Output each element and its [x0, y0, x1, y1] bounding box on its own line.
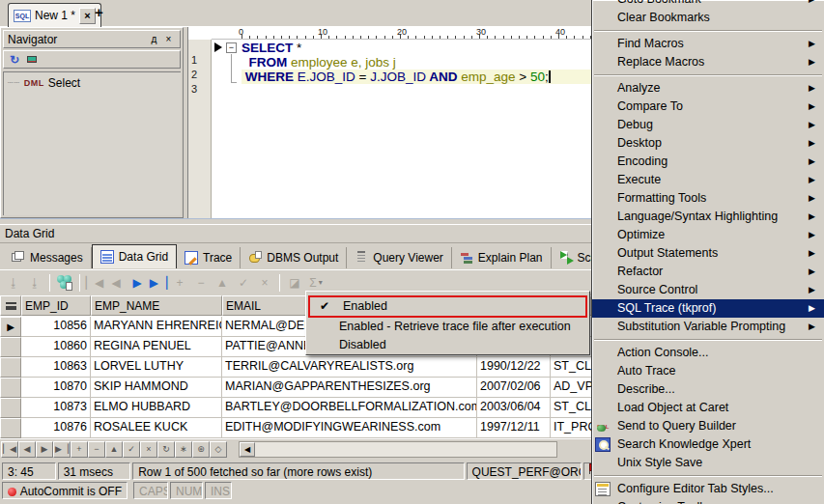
prior-record-icon[interactable]: ◀: [106, 273, 126, 293]
tab-messages[interactable]: Messages: [4, 247, 92, 268]
post-icon[interactable]: ✓: [123, 441, 140, 458]
menu-item-configure-editor-tab-styles-[interactable]: Configure Editor Tab Styles...: [592, 480, 824, 498]
menu-item-execute[interactable]: Execute▶: [592, 171, 824, 189]
row-selector[interactable]: ▶: [0, 317, 21, 337]
last-record-icon[interactable]: ▶▕: [149, 273, 168, 293]
edit-row-icon[interactable]: ▲: [105, 441, 123, 458]
cell-emp-name: SKIP HAMMOND: [91, 378, 222, 398]
scroll-left-icon[interactable]: ◀: [240, 442, 255, 457]
row-selector[interactable]: [0, 357, 21, 378]
ruler-tick: [464, 36, 465, 39]
tab-new-1[interactable]: SQL New 1 * ×: [8, 3, 101, 27]
fetch-all-icon[interactable]: ∗: [175, 441, 192, 458]
cell-emp-id: 10870: [21, 378, 91, 398]
table-row[interactable]: 10863LORVEL LUTHYTERRIL@CALVARYREALISTS.…: [0, 357, 642, 378]
row-selector[interactable]: [0, 337, 21, 357]
tree-item-label: Select: [48, 76, 80, 90]
submenu-arrow-icon: ▶: [809, 226, 815, 244]
submenu-item-disabled[interactable]: Disabled: [306, 336, 589, 354]
column-header-EMP_NAME[interactable]: EMP_NAME: [91, 295, 222, 316]
tree-item-dml-select[interactable]: ┄┄ DML Select: [4, 72, 181, 90]
ruler-tick: [376, 36, 377, 39]
row-selector[interactable]: [0, 418, 21, 438]
fetch-more-icon[interactable]: ⊛: [192, 441, 210, 458]
menu-item-load-object-at-caret[interactable]: Load Object at Caret: [592, 399, 824, 417]
menu-item-encoding[interactable]: Encoding▶: [592, 153, 824, 171]
last-page-icon[interactable]: ▶▕: [53, 441, 71, 458]
menu-item-optimize[interactable]: Optimize▶: [592, 226, 824, 244]
close-tab-button[interactable]: ×: [79, 8, 96, 24]
new-tab-button[interactable]: +: [95, 4, 103, 20]
menu-item-unix-style-save[interactable]: Unix Style Save: [592, 454, 824, 472]
submenu-item-enabled[interactable]: Enabled - Retrieve trace file after exec…: [306, 318, 589, 336]
toolbar-glyph: ×: [261, 276, 268, 290]
refresh-rows-icon[interactable]: ↻: [157, 441, 175, 458]
refresh-icon[interactable]: ↻: [10, 53, 19, 67]
pin-icon[interactable]: д: [147, 33, 161, 46]
commit-icon[interactable]: ◪: [285, 273, 304, 293]
menu-item-replace-macros[interactable]: Replace Macros▶: [592, 53, 824, 71]
menu-item-sql-trace-tkprof-[interactable]: SQL Trace (tkprof)▶: [592, 299, 824, 318]
next-record-icon[interactable]: ▶: [128, 273, 147, 293]
delete-record-icon[interactable]: −: [191, 273, 211, 293]
menu-item-debug[interactable]: Debug▶: [592, 116, 824, 134]
row-selector[interactable]: [0, 398, 21, 418]
menu-item-desktop[interactable]: Desktop▶: [592, 134, 824, 153]
post-edit-icon[interactable]: ✓: [234, 273, 253, 293]
menu-item-find-macros[interactable]: Find Macros▶: [592, 35, 824, 53]
row-selector[interactable]: [0, 378, 21, 398]
menu-item-clear-bookmarks[interactable]: Clear Bookmarks: [592, 9, 824, 27]
menu-item-auto-trace[interactable]: Auto Trace: [592, 362, 824, 380]
menu-item-formatting-tools[interactable]: Formatting Tools▶: [592, 189, 824, 208]
close-icon[interactable]: ×: [161, 33, 176, 46]
menu-item-substitution-variable-prompting[interactable]: Substitution Variable Prompting▶: [592, 318, 824, 336]
ruler-tick: [242, 34, 242, 39]
tab-trace[interactable]: Trace: [177, 247, 241, 268]
fold-collapse-icon[interactable]: −: [226, 42, 237, 53]
insert-record-icon[interactable]: +: [170, 273, 189, 293]
menu-item-goto-bookmark[interactable]: Goto Bookmark▶: [592, 0, 824, 9]
menu-item-compare-to[interactable]: Compare To▶: [592, 98, 824, 116]
menu-item-action-console-[interactable]: Action Console...: [592, 344, 824, 362]
tab-explain-plan[interactable]: Explain Plan: [452, 247, 552, 268]
first-record-icon[interactable]: ▏◀: [85, 273, 104, 293]
cancel-icon[interactable]: ×: [140, 441, 157, 458]
submenu-arrow-icon: ▶: [809, 116, 815, 134]
insert-row-icon[interactable]: +: [71, 441, 88, 458]
clear-icon[interactable]: ◇: [210, 441, 227, 458]
menu-item-customize-toolbars[interactable]: Customize Toolbars: [592, 498, 824, 504]
line-number: 2: [191, 69, 197, 80]
tab-dbms-output[interactable]: DBMS Output: [241, 247, 347, 268]
prior-page-icon[interactable]: ◀: [18, 441, 36, 458]
menu-item-analyze[interactable]: Analyze▶: [592, 79, 824, 98]
column-header-EMP_ID[interactable]: EMP_ID: [21, 295, 91, 316]
ruler-tick: [424, 36, 425, 39]
menu-item-source-control[interactable]: Source Control▶: [592, 281, 824, 299]
code-segment: AND: [426, 70, 458, 84]
first-page-icon[interactable]: ▏◀: [1, 441, 18, 458]
code-segment: E.JOB_ID: [294, 70, 355, 84]
grid-h-scrollbar[interactable]: ◀: [239, 441, 557, 458]
menu-item-output-statements[interactable]: Output Statements▶: [592, 244, 824, 263]
table-row[interactable]: 10873ELMO HUBBARDBARTLEY@DOORBELLFORMALI…: [0, 398, 642, 418]
layers-icon[interactable]: [27, 56, 37, 63]
save-all-icon[interactable]: ⭳: [25, 273, 44, 293]
menu-item-refactor[interactable]: Refactor▶: [592, 263, 824, 281]
table-row[interactable]: 10876ROSALEE KUCKEDITH@MODIFYINGWEARINES…: [0, 418, 642, 438]
menu-item-send-to-query-builder[interactable]: Send to Query Builder: [592, 417, 824, 435]
menu-item-describe-[interactable]: Describe...: [592, 380, 824, 399]
filter-data-icon[interactable]: [55, 273, 74, 293]
tab-data-grid[interactable]: Data Grid: [92, 244, 177, 268]
save-icon[interactable]: ⭳: [4, 273, 23, 293]
sum-icon[interactable]: Σ▾: [306, 273, 326, 293]
next-page-icon[interactable]: ▶: [36, 441, 53, 458]
cancel-edit-icon[interactable]: ×: [255, 273, 274, 293]
menu-item-search-knowledge-xpert[interactable]: Search Knowledge Xpert: [592, 435, 824, 454]
tab-query-viewer[interactable]: Query Viewer: [347, 247, 451, 268]
select-all-cell[interactable]: [0, 295, 21, 316]
menu-item-language-syntax-highlighting[interactable]: Language/Syntax Highlighting▶: [592, 208, 824, 226]
table-row[interactable]: 10870SKIP HAMMONDMARIAN@GAPPARENTHESIZES…: [0, 378, 642, 398]
delete-row-icon[interactable]: −: [88, 441, 105, 458]
submenu-item-enabled[interactable]: Enabled✔: [310, 297, 585, 316]
edit-record-icon[interactable]: ▲: [213, 273, 232, 293]
